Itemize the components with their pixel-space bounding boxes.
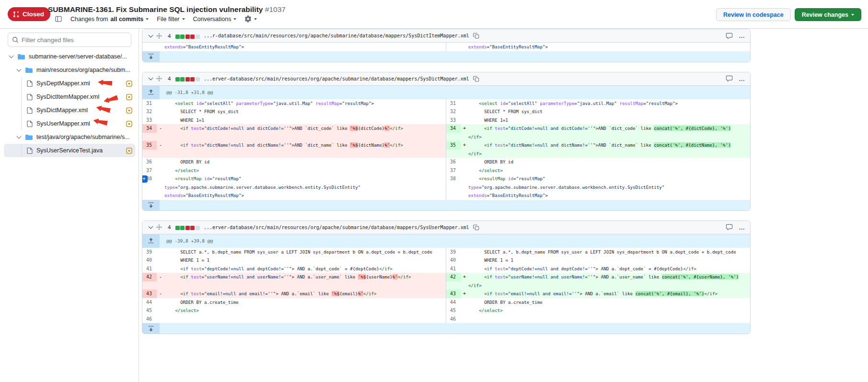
file-tree-item-label: SysDictItemMapper.xml [36, 93, 99, 100]
line-number[interactable]: 32 [446, 107, 461, 116]
changes-from-menu[interactable]: Changes from all commits [70, 16, 149, 23]
diff-code-row: 44 ORDER BY a.create_time44 ORDER BY a.c… [142, 298, 750, 307]
line-number[interactable]: 33 [446, 116, 461, 125]
line-number[interactable]: 43 [446, 289, 461, 298]
expand-up-button[interactable] [142, 86, 160, 99]
sidebar-file-sysdeptmapper-xml[interactable]: SysDeptMapper.xml [4, 77, 135, 90]
line-number[interactable]: 46 [142, 315, 157, 324]
collapse-file-chevron-icon[interactable] [149, 33, 153, 37]
line-number[interactable]: 39 [446, 248, 461, 256]
line-number[interactable]: 36 [446, 158, 461, 166]
code-line: SELECT * FROM sys_dict [468, 107, 750, 116]
chevron-down-icon [182, 18, 185, 20]
chevron-down-icon[interactable] [9, 53, 14, 58]
filter-files-box[interactable] [8, 33, 131, 47]
collapse-file-chevron-icon[interactable] [149, 224, 153, 229]
file-header-actions: … [726, 224, 745, 231]
line-number[interactable]: 32 [142, 107, 157, 116]
line-number[interactable]: 44 [142, 298, 157, 307]
red-arrow-annotation [93, 117, 105, 127]
diffstat-square [185, 226, 190, 230]
diff-code-row: 43- <if test="email!=null and email!=''"… [142, 289, 750, 298]
sidebar-file-sysusermapper-xml[interactable]: SysUserMapper.xml [4, 117, 135, 130]
line-number[interactable]: 41 [446, 265, 461, 273]
code-line: <if test="deptCode!=null and deptCode!='… [468, 265, 750, 273]
diff-list: 4...r-database/src/main/resources/org/ap… [142, 29, 751, 334]
copy-path-icon[interactable] [473, 224, 479, 231]
diff-cell: 35+ <if test="dictName!=null and dictNam… [446, 141, 750, 158]
file-path-link[interactable]: ...erver-database/src/main/resources/org… [204, 76, 469, 81]
expand-up-button[interactable] [142, 234, 160, 248]
line-number[interactable]: 37 [142, 166, 157, 175]
line-number[interactable]: 34 [446, 124, 461, 133]
comment-icon[interactable] [726, 75, 733, 82]
diffstat-square [180, 77, 185, 81]
line-number[interactable]: 39 [142, 248, 157, 256]
add-comment-plus-button[interactable]: + [142, 175, 148, 183]
line-number[interactable]: 31 [446, 99, 461, 108]
folder-icon [25, 134, 33, 140]
line-number[interactable]: 33 [142, 116, 157, 125]
line-number[interactable]: 44 [446, 298, 461, 307]
diff-cell: 40 WHERE 1 = 1 [446, 256, 750, 265]
line-number[interactable]: 42 [142, 273, 157, 281]
line-number[interactable]: 37 [446, 166, 461, 175]
line-number[interactable]: 35 [446, 141, 461, 150]
line-number[interactable]: 46 [446, 315, 461, 324]
drag-handle-icon[interactable] [156, 76, 162, 81]
sidebar-folder-test-java-org-apache-submarine-s-[interactable]: test/java/org/apache/submarine/s... [4, 130, 135, 144]
diff-cell: 31 <select id="selectAll" parameterType=… [446, 99, 750, 108]
diff-code-row: 40 WHERE 1 = 140 WHERE 1 = 1 [142, 256, 750, 265]
line-number[interactable]: 35 [142, 141, 157, 150]
line-number[interactable]: 40 [446, 256, 461, 265]
pr-closed-icon [13, 11, 20, 18]
expand-down-button[interactable] [142, 200, 160, 210]
expand-down-button[interactable] [142, 51, 160, 62]
review-in-codespace-button[interactable]: Review in codespace [716, 8, 791, 21]
line-number[interactable]: 34 [142, 124, 157, 133]
file-path-link[interactable]: ...erver-database/src/main/resources/org… [204, 225, 469, 230]
comment-icon[interactable] [726, 33, 733, 39]
copy-path-icon[interactable] [473, 76, 479, 82]
expand-down-button[interactable] [142, 323, 160, 334]
drag-handle-icon[interactable] [156, 224, 162, 230]
line-number[interactable]: 40 [142, 256, 157, 265]
sidebar-folder-main-resources-org-apache-subm-[interactable]: main/resources/org/apache/subm... [4, 63, 135, 77]
line-number[interactable]: 43 [142, 289, 157, 298]
chevron-down-icon[interactable] [17, 67, 22, 71]
collapse-file-chevron-icon[interactable] [149, 76, 153, 81]
line-number[interactable]: 41 [142, 265, 157, 273]
kebab-menu-icon[interactable]: … [739, 32, 745, 39]
conversations-menu[interactable]: Conversations [193, 16, 237, 23]
sidebar-folder-submarine-server-server-database-[interactable]: submarine-server/server-database/... [4, 50, 135, 63]
diffstat-squares [174, 32, 200, 40]
line-number[interactable]: 38+ [142, 174, 157, 183]
line-number[interactable]: 45 [142, 306, 157, 315]
chevron-down-icon[interactable] [17, 134, 22, 139]
line-number[interactable]: 45 [446, 306, 461, 315]
line-number[interactable]: 36 [142, 158, 157, 166]
sidebar-file-sysdictitemmapper-xml[interactable]: SysDictItemMapper.xml [4, 90, 135, 104]
diff-settings-menu[interactable] [244, 15, 257, 23]
filter-changed-files-input[interactable] [22, 36, 127, 44]
copy-path-icon[interactable] [473, 33, 479, 39]
line-number[interactable]: 38 [446, 174, 461, 183]
diff-cell: 44 ORDER BY a.create_time [446, 298, 750, 307]
file-path-link[interactable]: ...r-database/src/main/resources/org/apa… [204, 33, 469, 38]
line-number[interactable]: 31 [142, 99, 157, 108]
file-filter-menu[interactable]: File filter [157, 16, 185, 23]
kebab-menu-icon[interactable]: … [739, 224, 745, 231]
diff-sign-column: + [461, 141, 468, 150]
diff-cell: extends="BaseEntityResultMap"> [446, 43, 750, 51]
sidebar-file-sysdictmapper-xml[interactable]: SysDictMapper.xml [4, 104, 135, 117]
kebab-menu-icon[interactable]: … [739, 75, 745, 82]
diff-cell: 38+ <resultMap id="resultMap" type="org.… [142, 174, 446, 200]
comment-icon[interactable] [726, 224, 733, 231]
drag-handle-icon[interactable] [156, 33, 162, 39]
sidebar-toggle-icon[interactable] [55, 16, 62, 23]
sidebar-file-sysuserservicetest-java[interactable]: SysUserServiceTest.java [4, 144, 135, 157]
line-number[interactable]: 42 [446, 273, 461, 281]
code-line: </select> [468, 166, 750, 175]
review-changes-button[interactable]: Review changes [795, 8, 861, 21]
hunk-header-row: @@ -31,8 +31,8 @@ [142, 86, 750, 99]
